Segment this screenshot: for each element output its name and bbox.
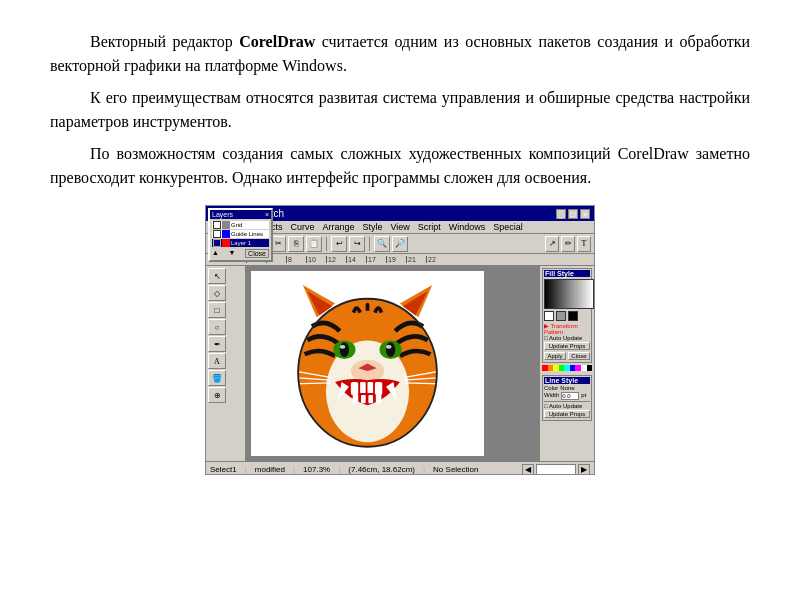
transform-pattern-label: ▶ Transform Pattern [544,322,590,335]
line-style-title: Line Style [544,377,590,384]
lower-tooth-2 [361,395,366,403]
tool-ellipse[interactable]: ○ [208,319,226,335]
apply-close-btns: Apply Close [544,351,590,361]
paragraph-2: К его преимуществам относятся развитая с… [50,86,750,134]
apply-btn[interactable]: Apply [544,352,566,360]
auto-update-label: □ Auto Update [544,335,590,341]
tool-zoom[interactable]: ⊕ [208,387,226,403]
right-panel: Fill Style ▶ Transform Pattern □ Auto Up… [539,266,594,461]
menu-arrange[interactable]: Arrange [322,222,354,232]
status-sep3: | [338,465,340,474]
status-sep1: | [245,465,247,474]
toolbar-arrow[interactable]: ↗ [545,236,559,252]
tool-node[interactable]: ◇ [208,285,226,301]
color-black[interactable] [587,365,593,371]
layers-close-label[interactable]: Close [245,249,269,258]
toolbar-pencil[interactable]: ✏ [561,236,575,252]
paragraph-1: Векторный редактор CorelDraw считается о… [50,30,750,78]
line-width-row: Width pt [544,392,590,400]
status-coords: (7.46cm, 18.62cm) [348,465,415,474]
toolbar-sep3 [369,237,370,251]
menu-special[interactable]: Special [493,222,523,232]
tooth-3 [368,382,374,393]
paragraph-3: По возможностям создания самых сложных х… [50,142,750,190]
minimize-btn[interactable]: _ [556,209,566,219]
ruler-tick-3: 10 [306,256,326,263]
line-divider [544,401,590,402]
status-zoom: 107.3% [303,465,330,474]
toolbar-undo[interactable]: ↩ [331,236,347,252]
fill-style-title: Fill Style [544,270,590,277]
scroll-left[interactable]: ◀ [522,464,534,476]
white-canvas [251,271,484,456]
left-tool-panel: ↖ ◇ □ ○ ✒ A 🪣 ⊕ Layers × [206,266,246,461]
ruler-tick-5: 14 [346,256,366,263]
toolbar-redo[interactable]: ↪ [349,236,365,252]
para1-text-before-bold: Векторный редактор [90,33,239,50]
layer-guide-check[interactable] [213,230,221,238]
ruler-tick-2: 8 [286,256,306,263]
line-color-row: Color None [544,385,590,391]
line-width-input[interactable] [561,392,579,400]
tool-pen[interactable]: ✒ [208,336,226,352]
fill-swatch-black[interactable] [568,311,578,321]
toolbar-sep2 [326,237,327,251]
menu-windows[interactable]: Windows [449,222,486,232]
menu-view[interactable]: View [390,222,409,232]
toolbar-right: ↗ ✏ T [545,236,591,252]
layer1-check[interactable] [213,239,221,247]
line-style-panel: Line Style Color None Width pt □ Auto Up… [542,375,592,421]
status-select: Select1 [210,465,237,474]
tiger-svg [251,271,484,456]
layer1-color [222,239,230,247]
ruler-tick-9: 22 [426,256,446,263]
layer-row-guide: Guide Lines [212,230,269,238]
screenshot-container: Tiger.sk - Sketch _ □ × File Edit Effect… [50,205,750,475]
menu-curve[interactable]: Curve [290,222,314,232]
menu-style[interactable]: Style [362,222,382,232]
layers-del-btn[interactable]: ▼ [229,249,236,258]
toolbar-paste[interactable]: 📋 [306,236,322,252]
tool-text[interactable]: A [208,353,226,369]
toolbar-zoom-out[interactable]: 🔎 [392,236,408,252]
layer-grid-check[interactable] [213,221,221,229]
main-area: ↖ ◇ □ ○ ✒ A 🪣 ⊕ Layers × [206,266,594,461]
close-fill-btn[interactable]: Close [568,352,590,360]
line-auto-update: □ Auto Update [544,403,590,409]
line-update-props-btn[interactable]: Update Props [544,410,590,418]
ruler-tick-7: 19 [386,256,406,263]
maximize-btn[interactable]: □ [568,209,578,219]
status-bar: Select1 | modified | 107.3% | (7.46cm, 1… [206,461,594,475]
status-selection: No Selection [433,465,478,474]
para3-text: По возможностям создания самых сложных х… [50,145,750,186]
tool-fill[interactable]: 🪣 [208,370,226,386]
tool-select[interactable]: ↖ [208,268,226,284]
ruler-tick-8: 21 [406,256,426,263]
toolbar-text[interactable]: T [577,236,591,252]
gradient-preview [544,279,594,309]
lower-tooth-1 [353,394,359,403]
menu-script[interactable]: Script [418,222,441,232]
close-btn[interactable]: × [580,209,590,219]
scroll-thumb [536,464,576,476]
layer-guide-label: Guide Lines [231,231,263,237]
eye-shine-left [340,345,346,349]
ruler-tick-6: 17 [366,256,386,263]
fill-swatch-white[interactable] [544,311,554,321]
toolbar-zoom-in[interactable]: 🔍 [374,236,390,252]
status-right: ◀ ▶ [522,464,590,476]
tooth-1 [351,382,358,395]
update-props-btn[interactable]: Update Props [544,342,590,350]
layers-add-btn[interactable]: ▲ [212,249,219,258]
tool-rect[interactable]: □ [208,302,226,318]
layer-guide-color [222,230,230,238]
fill-swatch-gray[interactable] [556,311,566,321]
tooth-2 [360,382,366,393]
pupil-right [386,342,395,357]
toolbar-copy[interactable]: ⎘ [288,236,304,252]
screenshot-window: Tiger.sk - Sketch _ □ × File Edit Effect… [205,205,595,475]
color-palette-bar [542,365,592,371]
scroll-right[interactable]: ▶ [578,464,590,476]
layers-close-btn[interactable]: × [265,211,269,218]
eye-shine-right [386,345,392,349]
